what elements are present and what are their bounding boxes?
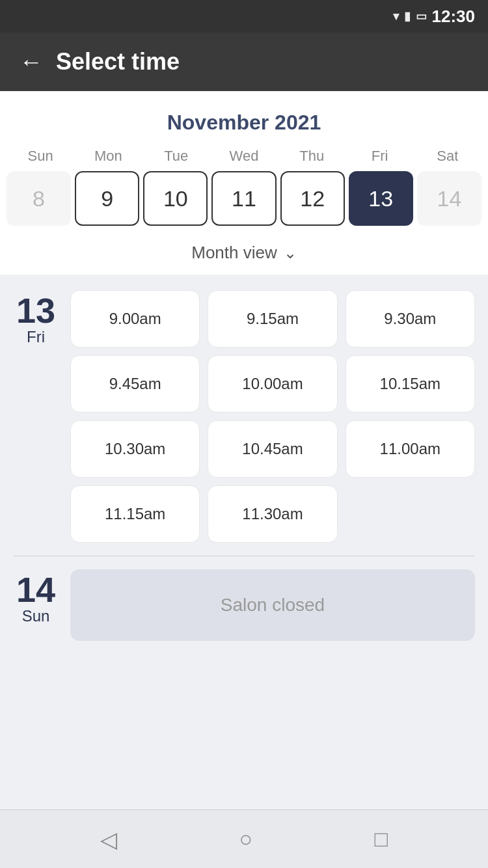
day-14-section: 14 Sun Salon closed [13,569,475,641]
nav-home-icon[interactable]: ○ [239,826,252,852]
back-button[interactable]: ← [20,50,43,74]
date-9[interactable]: 9 [75,171,139,226]
slot-945am[interactable]: 9.45am [70,355,200,413]
slot-1130am[interactable]: 11.30am [208,485,337,543]
day-14-label: 14 Sun [13,569,59,625]
date-8[interactable]: 8 [7,171,71,226]
day-14-name: Sun [22,607,50,625]
slot-1030am[interactable]: 10.30am [70,420,200,478]
nav-recent-icon[interactable]: □ [375,826,388,852]
nav-bar: ◁ ○ □ [0,809,488,868]
weekday-thu: Thu [278,148,346,165]
weekday-sun: Sun [7,148,74,165]
slot-1000am[interactable]: 10.00am [208,355,337,413]
date-12[interactable]: 12 [280,171,345,226]
weekday-row: Sun Mon Tue Wed Thu Fri Sat [0,148,488,165]
day-13-name: Fri [27,328,45,346]
day-13-label: 13 Fri [13,290,59,543]
slot-1115am[interactable]: 11.15am [70,485,200,543]
month-view-label: Month view [191,243,277,263]
weekday-sat: Sat [414,148,481,165]
weekday-mon: Mon [74,148,142,165]
slot-900am[interactable]: 9.00am [70,290,200,347]
slot-1045am[interactable]: 10.45am [208,420,337,478]
month-title: November 2021 [0,104,488,148]
page-title: Select time [56,48,180,75]
signal-icon: ▮ [404,9,411,23]
slot-1015am[interactable]: 10.15am [346,355,475,413]
date-14[interactable]: 14 [417,171,481,226]
date-11[interactable]: 11 [211,171,276,226]
section-divider [13,556,475,556]
battery-icon: ▭ [416,9,427,23]
chevron-down-icon: ⌄ [284,244,297,262]
calendar-section: November 2021 Sun Mon Tue Wed Thu Fri Sa… [0,91,488,275]
slot-915am[interactable]: 9.15am [208,290,337,347]
slot-930am[interactable]: 9.30am [346,290,475,347]
time-slots-13: 9.00am 9.15am 9.30am 9.45am 10.00am 10.1… [70,290,475,543]
header: ← Select time [0,33,488,91]
status-time: 12:30 [432,7,476,27]
salon-closed-message: Salon closed [70,569,475,641]
date-10[interactable]: 10 [143,171,208,226]
weekday-tue: Tue [142,148,210,165]
wifi-icon: ▾ [393,9,399,23]
day-14-number: 14 [16,572,55,607]
date-13[interactable]: 13 [349,171,413,226]
dates-row: 8 9 10 11 12 13 14 [0,171,488,236]
day-13-section: 13 Fri 9.00am 9.15am 9.30am 9.45am 10.00… [13,290,475,543]
main-content: 13 Fri 9.00am 9.15am 9.30am 9.45am 10.00… [0,275,488,809]
status-bar: ▾ ▮ ▭ 12:30 [0,0,488,33]
month-view-toggle[interactable]: Month view ⌄ [0,236,488,275]
weekday-wed: Wed [210,148,278,165]
nav-back-icon[interactable]: ◁ [100,826,117,852]
weekday-fri: Fri [346,148,413,165]
day-13-number: 13 [16,293,55,328]
slot-1100am[interactable]: 11.00am [346,420,475,478]
